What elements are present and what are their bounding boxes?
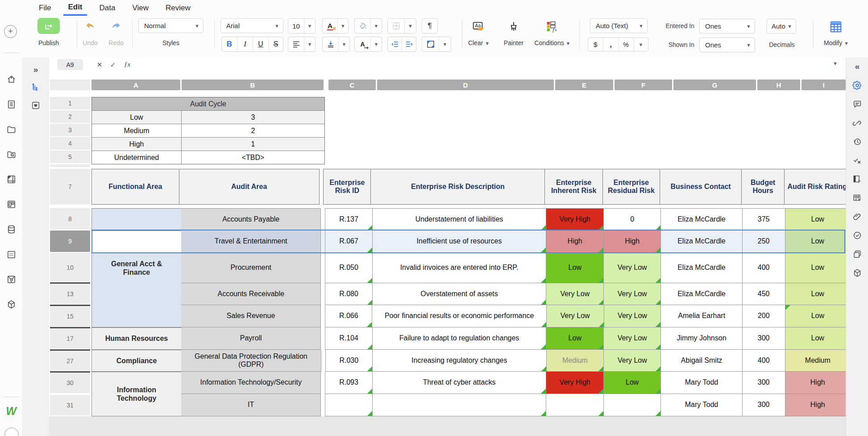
font-family-dropdown[interactable]: Arial ▼ [220,18,283,33]
row-header-6[interactable] [50,164,90,167]
copies-icon[interactable] [846,245,868,264]
row-header-27[interactable]: 27 [50,351,90,371]
column-header-b[interactable]: B [182,80,324,90]
expand-chevrons-icon[interactable]: » [22,61,49,79]
styles-dropdown[interactable]: Normal ▼ [138,18,204,33]
cell-rating[interactable]: Low [785,253,846,283]
fx-button[interactable]: ƒx [121,59,133,70]
cell-hours[interactable]: 400 [743,253,785,283]
cell-inherent-risk[interactable]: High [546,231,604,253]
decimals-auto-dropdown[interactable]: Auto ▼ [767,19,796,34]
row-header-7[interactable]: 7 [50,169,90,205]
cell-hours[interactable]: 300 [743,372,785,394]
cell-inherent-risk[interactable]: Very Low [546,283,604,305]
database-icon[interactable] [0,222,22,237]
home-icon[interactable] [0,71,22,87]
cell-residual-risk[interactable]: Low [604,372,661,394]
cell-rating[interactable]: High [785,394,846,416]
percent-button[interactable]: % [619,38,634,51]
cell-a27[interactable]: Compliance [91,350,182,372]
cell-description[interactable] [373,394,547,416]
cell-inherent-risk[interactable]: Very High [546,372,604,394]
cell-risk-id[interactable]: R.093 [325,372,372,394]
undo-button[interactable] [79,20,101,33]
cell-risk-id[interactable]: R.080 [325,283,372,305]
shared-folder-icon[interactable] [0,147,22,162]
clear-button[interactable]: Aa [469,19,489,35]
cell-audit-area[interactable]: Payroll [181,327,321,350]
cell-risk-id[interactable]: R.137 [325,208,372,231]
header-audit-risk-rating[interactable]: Audit Risk Rating [785,169,846,205]
cell-rating[interactable]: Low [785,231,846,253]
vertical-align-button[interactable]: ▼ [322,37,350,52]
cell-audit-area[interactable]: Accounts Payable [181,208,321,231]
cell-reference-box[interactable]: A9 [57,59,83,70]
cell-contact[interactable]: Eliza McCardle [661,283,743,305]
text-direction-button[interactable]: A ▼ [354,37,382,52]
cell-b3[interactable]: 2 [182,124,324,137]
header-audit-area[interactable]: Audit Area [179,169,320,205]
collapse-chevrons-icon[interactable]: « [846,57,868,76]
table-settings-icon[interactable] [846,189,868,207]
cell-inherent-risk[interactable]: Medium [547,350,604,372]
cell-risk-id[interactable]: R.030 [325,350,373,372]
cell-a10-merged[interactable]: General Acct & Finance [91,253,182,327]
cell-contact[interactable]: Eliza McCardle [661,253,743,283]
header-risk-description[interactable]: Enterprise Risk Description [371,169,545,205]
inbox-idea-icon[interactable] [0,272,22,287]
cell-a4[interactable]: High [92,138,182,151]
row-header-13[interactable]: 13 [50,284,90,304]
currency-button[interactable]: $ [588,38,603,51]
cell-risk-id[interactable]: R.050 [325,253,372,283]
horizontal-align-button[interactable]: ▼ [288,37,316,52]
cell-b2[interactable]: 3 [182,111,324,124]
menu-data[interactable]: Data [95,0,120,15]
cell-description[interactable]: Invalid invoices are entered into ERP. [373,253,547,283]
fill-color-button[interactable]: ▼ [354,18,382,34]
link-icon[interactable] [846,113,868,132]
cell-contact[interactable]: Jimmy Johnson [661,327,743,350]
calendar-icon[interactable] [0,247,22,262]
outline-tree-icon[interactable] [22,79,49,96]
underline-button[interactable]: U [253,37,269,51]
cell-risk-id[interactable]: R.104 [325,327,372,350]
clipboard-icon[interactable] [0,96,22,112]
cancel-entry-button[interactable]: ✕ [94,59,105,70]
merge-cells-button[interactable]: ▼ [422,37,451,52]
confirm-entry-button[interactable]: ✓ [107,59,119,70]
folder-icon[interactable] [0,122,22,137]
header-risk-id[interactable]: Enterprise Risk ID [323,169,371,205]
cube-icon[interactable] [0,297,22,312]
cell-a2[interactable]: Low [92,111,182,124]
cell-rating[interactable]: Medium [785,350,846,372]
header-functional-area[interactable]: Functional Area [91,169,179,205]
row-header-5[interactable]: 5 [50,151,90,163]
avatar[interactable] [4,428,19,436]
cell-description[interactable]: Inefficient use of resources [373,231,547,253]
cell-contact[interactable]: Mary Todd [661,394,743,416]
cell-rating[interactable]: Low [785,283,846,305]
row-header-17[interactable]: 17 [50,328,90,349]
column-header-g[interactable]: G [673,80,756,90]
cell-residual-risk[interactable]: Very Low [604,305,661,327]
menu-edit[interactable]: Edit [63,0,87,16]
cell-risk-id[interactable] [325,394,372,416]
column-header-e[interactable]: E [555,80,613,90]
publish-button[interactable] [37,18,60,34]
cell-hours[interactable]: 450 [743,283,785,305]
select-all-corner[interactable] [50,80,90,90]
row-header-3[interactable]: 3 [50,124,90,136]
cell-risk-id[interactable]: R.067 [325,231,372,253]
column-header-h[interactable]: H [757,80,800,90]
row-header-8[interactable]: 8 [50,208,90,230]
row-header-10[interactable]: 10 [50,253,90,282]
cell-a30-merged[interactable]: Information Technology [91,372,182,416]
column-header-i[interactable]: I [802,80,846,90]
cell-a17[interactable]: Human Resources [91,327,182,350]
row-header-30[interactable]: 30 [50,373,90,393]
cell-rating[interactable]: Low [785,305,846,327]
cell-audit-area[interactable]: Sales Revenue [181,305,321,327]
cell-hours[interactable]: 300 [743,327,785,350]
comment-icon[interactable] [846,95,868,113]
kanban-icon[interactable] [0,197,22,212]
